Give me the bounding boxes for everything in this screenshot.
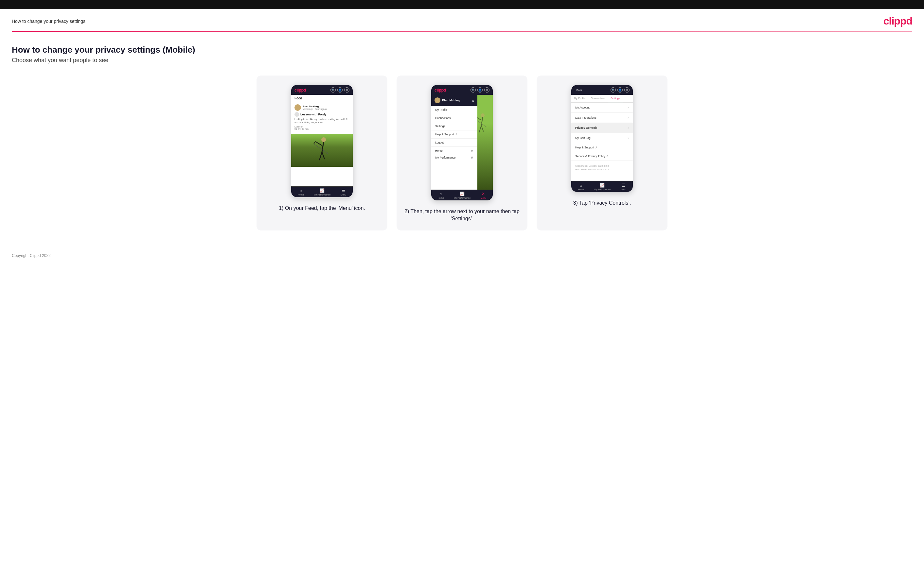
menu-user-info: Blair McHarg: [435, 97, 460, 103]
mygolfbag-label: My Golf Bag: [575, 136, 591, 140]
settings-tabs: My Profile Connections Settings: [571, 95, 633, 103]
step3-bottomnav[interactable]: ⌂ Home 📈 My Performance ☰ Menu: [571, 181, 633, 192]
step-1-caption: 1) On your Feed, tap the ‘Menu’ icon.: [279, 205, 365, 212]
step1-content: Feed Blair McHarg Yesterday · Sunningdal…: [291, 95, 353, 186]
page-subheading: Choose what you want people to see: [12, 57, 912, 64]
menu-icon3: ☰: [622, 183, 625, 188]
back-label: Back: [577, 89, 582, 92]
menu-home-arrow: ∨: [470, 148, 473, 153]
svg-line-3: [314, 142, 315, 144]
top-bar: [0, 0, 924, 9]
menu-label: Menu: [340, 193, 346, 196]
home-label3: Home: [578, 188, 584, 190]
feed-duration: Duration01 hr : 30 min: [294, 126, 349, 130]
step1-icons: 🔍 👤 ⚙: [331, 87, 349, 92]
lesson-icon: [294, 112, 299, 117]
settings-version: Clippd Client Version: 2022.8.3-3 GQL Se…: [571, 161, 633, 174]
step2-icons: 🔍 👤 ⚙: [470, 87, 489, 92]
step3-nav-home[interactable]: ⌂ Home: [578, 183, 584, 190]
settings-item-myaccount[interactable]: My Account ›: [571, 103, 633, 113]
feed-post-user: Blair McHarg Yesterday · Sunningdale: [294, 104, 349, 111]
step1-logo: clippd: [294, 88, 306, 92]
step2-nav-home[interactable]: ⌂ Home: [438, 192, 444, 199]
step2-nav-menu[interactable]: ✕ Menu: [480, 192, 486, 199]
step-2-phone: clippd 🔍 👤 ⚙: [431, 85, 493, 201]
menu-section-perf-label: My Performance: [435, 156, 456, 159]
serviceprivacy-label: Service & Privacy Policy ↗: [575, 155, 609, 158]
home-icon2: ⌂: [440, 192, 442, 196]
menu-avatar: [435, 97, 440, 103]
performance-icon2: 📈: [460, 192, 465, 196]
settings-item-privacycontrols[interactable]: Privacy Controls ›: [571, 123, 633, 133]
step2-nav-performance[interactable]: 📈 My Performance: [454, 192, 470, 199]
home-label: Home: [298, 193, 304, 196]
svg-line-6: [314, 144, 328, 154]
user-icon: 👤: [338, 87, 342, 92]
step3-content: My Account › Data Integrations › Privacy…: [571, 103, 633, 181]
dataintegrations-arrow: ›: [628, 115, 629, 120]
tab-connections[interactable]: Connections: [588, 95, 608, 102]
golfer-svg: [312, 136, 332, 165]
step1-nav-home[interactable]: ⌂ Home: [298, 188, 304, 196]
settings-item-helpsupport[interactable]: Help & Support ↗: [571, 143, 633, 152]
svg-line-12: [481, 126, 484, 131]
menu-item-myprofile[interactable]: My Profile: [431, 106, 477, 114]
performance-label: My Performance: [314, 193, 331, 196]
step1-topbar: clippd 🔍 👤 ⚙: [291, 85, 353, 95]
settings-item-mygolfbag[interactable]: My Golf Bag ›: [571, 133, 633, 143]
step-1-phone: clippd 🔍 👤 ⚙ Feed Blair McHarg: [291, 85, 353, 197]
header: How to change your privacy settings clip…: [0, 9, 924, 31]
step2-content: Blair McHarg ∧ My Profile Connections Se…: [431, 95, 493, 190]
dataintegrations-label: Data Integrations: [575, 116, 596, 119]
back-arrow-icon: ‹: [575, 89, 575, 92]
step3-nav-menu[interactable]: ☰ Menu: [620, 183, 626, 190]
step3-icons: 🔍 👤 ⚙: [611, 87, 630, 92]
svg-line-2: [315, 142, 322, 145]
myaccount-label: My Account: [575, 106, 590, 109]
step-3-card: ‹ Back 🔍 👤 ⚙ My Profile Connections Sett…: [536, 76, 667, 230]
feed-post: Blair McHarg Yesterday · Sunningdale Les…: [291, 102, 353, 134]
svg-point-7: [481, 113, 485, 118]
menu-chevron-up: ∧: [472, 99, 474, 102]
menu-item-logout[interactable]: Logout: [431, 139, 477, 147]
settings-item-serviceprivacy[interactable]: Service & Privacy Policy ↗: [571, 152, 633, 161]
header-title: How to change your privacy settings: [12, 19, 86, 24]
mygolfbag-arrow: ›: [628, 136, 629, 140]
helpsupport-label: Help & Support ↗: [575, 146, 598, 149]
step1-nav-menu[interactable]: ☰ Menu: [340, 188, 346, 196]
search-icon3: 🔍: [611, 87, 616, 92]
step2-bottomnav[interactable]: ⌂ Home 📈 My Performance ✕ Menu: [431, 190, 493, 200]
performance-label2: My Performance: [454, 197, 470, 199]
step-1-card: clippd 🔍 👤 ⚙ Feed Blair McHarg: [257, 76, 388, 230]
user-icon2: 👤: [477, 87, 483, 92]
step-3-phone: ‹ Back 🔍 👤 ⚙ My Profile Connections Sett…: [571, 85, 633, 192]
svg-point-0: [321, 137, 326, 142]
tab-settings[interactable]: Settings: [608, 95, 623, 102]
step1-bottomnav[interactable]: ⌂ Home 📈 My Performance ☰ Menu: [291, 186, 353, 197]
settings-item-dataintegrations[interactable]: Data Integrations ›: [571, 113, 633, 123]
menu-perf-arrow: ∨: [470, 155, 473, 160]
step3-nav-performance[interactable]: 📈 My Performance: [594, 183, 611, 190]
svg-line-11: [479, 126, 481, 132]
main-content: How to change your privacy settings (Mob…: [0, 32, 924, 250]
menu-item-helpsupport[interactable]: Help & Support ↗: [431, 131, 477, 139]
step1-nav-performance[interactable]: 📈 My Performance: [314, 188, 331, 196]
step2-topbar: clippd 🔍 👤 ⚙: [431, 85, 493, 95]
step-3-caption: 3) Tap ‘Privacy Controls’.: [573, 200, 631, 206]
settings-icon: ⚙: [344, 87, 349, 92]
back-button[interactable]: ‹ Back: [575, 89, 582, 92]
svg-line-5: [322, 152, 325, 159]
menu-section-home-label: Home: [435, 149, 443, 152]
tab-myprofile[interactable]: My Profile: [571, 95, 588, 102]
menu-label2: Menu: [480, 197, 486, 199]
logo: clippd: [884, 15, 912, 27]
menu-section-performance: My Performance ∨: [431, 154, 477, 161]
menu-panel: Blair McHarg ∧ My Profile Connections Se…: [431, 95, 477, 190]
menu-section-home: Home ∨: [431, 147, 477, 154]
search-icon2: 🔍: [470, 87, 476, 92]
steps-row: clippd 🔍 👤 ⚙ Feed Blair McHarg: [12, 76, 912, 230]
home-icon3: ⌂: [580, 183, 582, 188]
settings-icon2: ⚙: [484, 87, 489, 92]
menu-item-settings[interactable]: Settings: [431, 122, 477, 131]
menu-item-connections[interactable]: Connections: [431, 114, 477, 122]
